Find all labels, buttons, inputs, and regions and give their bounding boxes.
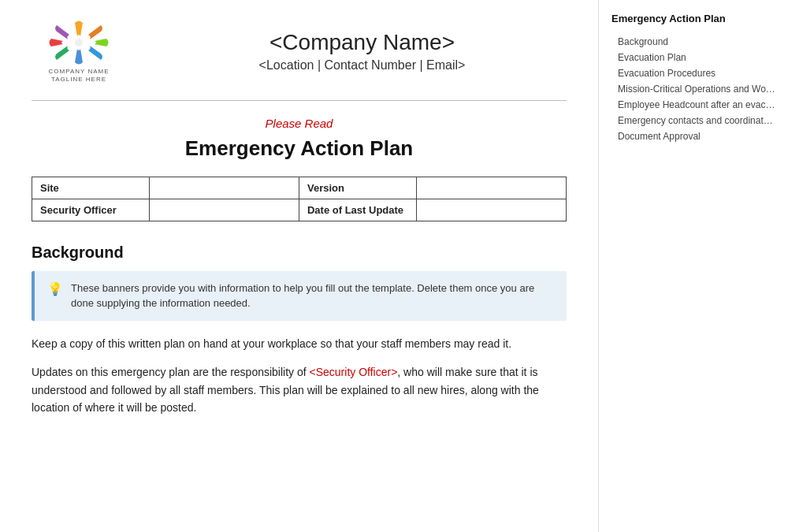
date-last-update-label: Date of Last Update (299, 199, 416, 221)
info-table: Site Version Security Officer Date of La… (32, 177, 567, 221)
banner-text: These banners provide you with informati… (71, 281, 554, 311)
svg-point-0 (75, 39, 83, 47)
sidebar-item[interactable]: Document Approval (608, 128, 779, 144)
sidebar-item[interactable]: Employee Headcount after an evacua... (608, 97, 779, 113)
sidebar: Emergency Action Plan BackgroundEvacuati… (599, 0, 788, 532)
table-row: Security Officer Date of Last Update (32, 199, 567, 221)
please-read-label: Please Read (32, 117, 567, 130)
background-para1: Keep a copy of this written plan on hand… (32, 335, 567, 352)
version-label: Version (299, 177, 416, 199)
sidebar-item[interactable]: Emergency contacts and coordinators (608, 113, 779, 128)
page-header: COMPANY NAME TAGLINE HERE <Company Name>… (32, 19, 567, 84)
sidebar-title: Emergency Action Plan (608, 13, 779, 24)
header-center: <Company Name> <Location | Contact Numbe… (158, 30, 567, 73)
header-divider (32, 100, 567, 101)
date-last-update-value[interactable] (417, 199, 567, 221)
version-value[interactable] (417, 177, 567, 199)
sidebar-item[interactable]: Evacuation Plan (608, 50, 779, 65)
site-label: Site (32, 177, 150, 199)
doc-title: Emergency Action Plan (32, 136, 567, 161)
sidebar-item[interactable]: Background (608, 34, 779, 50)
security-officer-value[interactable] (150, 199, 299, 221)
info-banner: 💡 These banners provide you with informa… (32, 271, 567, 321)
sidebar-item[interactable]: Mission-Critical Operations and Work... (608, 81, 779, 97)
site-value[interactable] (150, 177, 299, 199)
company-name-large: <Company Name> (158, 30, 567, 55)
background-para2: Updates on this emergency plan are the r… (32, 363, 567, 416)
security-officer-label: Security Officer (32, 199, 150, 221)
security-officer-highlight: <Security Officer> (310, 366, 398, 378)
table-row: Site Version (32, 177, 567, 199)
bulb-icon: 💡 (47, 281, 63, 296)
background-heading: Background (32, 244, 567, 262)
company-name-small: COMPANY NAME TAGLINE HERE (48, 68, 109, 84)
company-contact: <Location | Contact Number | Email> (158, 58, 567, 73)
logo-area: COMPANY NAME TAGLINE HERE (32, 19, 126, 84)
company-logo (47, 19, 110, 66)
sidebar-item[interactable]: Evacuation Procedures (608, 65, 779, 81)
